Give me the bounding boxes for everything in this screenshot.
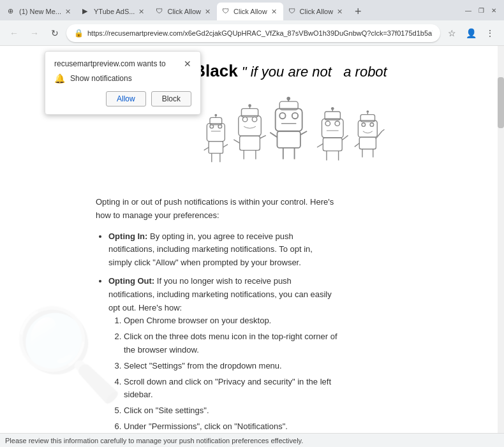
svg-rect-30 [277, 131, 300, 148]
popup-close-button[interactable]: ✕ [184, 59, 191, 68]
steps-list: Open Chrome browser on your desktop. Cli… [108, 314, 338, 433]
svg-point-50 [366, 110, 369, 113]
svg-rect-35 [322, 119, 343, 138]
browser-content: recusemartpreview.com wants to ✕ 🔔 Show … [0, 46, 504, 433]
tab-4-favicon: 🛡 [222, 7, 231, 16]
svg-rect-12 [239, 116, 261, 136]
tab-2-favicon: ▶ [82, 7, 91, 16]
popup-notification-label: Show notifications [70, 74, 132, 83]
popup-buttons: Allow Block [54, 91, 191, 106]
scroll-thumb[interactable] [498, 77, 504, 128]
svg-line-31 [270, 133, 277, 137]
tab-2-close[interactable]: ✕ [137, 6, 145, 17]
nav-actions: ☆ 👤 ⋮ [443, 24, 499, 42]
window-controls: — ❐ ✕ [463, 5, 501, 15]
step-2: Click on the three dots menu icon in the… [124, 330, 338, 357]
address-bar[interactable]: 🔒 [66, 24, 440, 42]
tab-2[interactable]: ▶ YTube AdS... ✕ [77, 3, 151, 20]
block-button[interactable]: Block [151, 91, 191, 106]
status-text: Please review this information carefully… [5, 437, 303, 444]
svg-point-15 [248, 104, 251, 107]
popup-notification-row: 🔔 Show notifications [54, 73, 191, 84]
svg-line-43 [317, 143, 323, 147]
opting-out-term: Opting Out: [108, 276, 154, 286]
svg-line-8 [204, 147, 209, 150]
step-5: Click on "Site settings". [124, 404, 338, 418]
svg-rect-53 [359, 137, 376, 149]
popup-title: recusemartpreview.com wants to [54, 59, 166, 68]
step-1: Open Chrome browser on your desktop. [124, 314, 338, 328]
notification-popup: recusemartpreview.com wants to ✕ 🔔 Show … [45, 51, 201, 115]
svg-point-27 [279, 113, 285, 119]
svg-line-56 [382, 129, 385, 131]
svg-point-26 [286, 97, 290, 101]
svg-point-39 [325, 121, 330, 126]
step-4: Scroll down and click on "Privacy and se… [124, 376, 338, 402]
url-input[interactable] [87, 29, 433, 37]
refresh-button[interactable]: ↻ [46, 24, 64, 42]
scroll-track[interactable] [498, 46, 504, 433]
tab-4-close[interactable]: ✕ [270, 6, 278, 17]
svg-rect-47 [358, 121, 377, 137]
forward-button[interactable]: → [26, 24, 43, 42]
tab-1-favicon: ⊕ [8, 7, 17, 16]
svg-line-54 [355, 143, 359, 147]
profile-button[interactable]: 👤 [462, 24, 480, 42]
svg-point-5 [218, 125, 222, 129]
svg-point-38 [331, 107, 334, 110]
svg-line-32 [300, 131, 307, 135]
tab-4-title: Click Allow [233, 8, 267, 15]
new-tab-button[interactable]: + [349, 3, 367, 20]
nav-bar: ← → ↻ 🔒 ☆ 👤 ⋮ [0, 20, 504, 46]
page-body: Opting in or out of push notifications i… [96, 196, 338, 433]
robots-svg [195, 94, 386, 183]
tab-group: ⊕ (1) New Me... ✕ ▶ YTube AdS... ✕ 🛡 Cli… [3, 0, 367, 20]
close-window-button[interactable]: ✕ [489, 5, 499, 15]
tab-1-title: (1) New Me... [19, 8, 61, 15]
svg-rect-42 [323, 138, 342, 151]
svg-point-40 [335, 121, 339, 126]
back-button[interactable]: ← [5, 24, 23, 42]
step-3: Select "Settings" from the dropdown menu… [124, 360, 338, 373]
tab-3-close[interactable]: ✕ [204, 6, 212, 17]
tab-2-title: YTube AdS... [94, 8, 135, 15]
svg-point-4 [210, 125, 214, 129]
star-button[interactable]: ☆ [443, 24, 461, 42]
svg-line-19 [233, 140, 239, 143]
allow-button[interactable]: Allow [106, 91, 146, 106]
tab-5[interactable]: 🛡 Click Allow ✕ [283, 3, 350, 20]
bell-icon: 🔔 [54, 73, 65, 84]
opting-in-term: Opting In: [108, 231, 147, 241]
tab-1[interactable]: ⊕ (1) New Me... ✕ [3, 3, 77, 20]
svg-point-3 [214, 114, 217, 117]
svg-line-9 [223, 144, 228, 147]
intro-paragraph: Opting in or out of push notifications i… [96, 196, 338, 223]
maximize-button[interactable]: ❐ [476, 5, 486, 15]
step-6: Under "Permissions", click on "Notificat… [124, 420, 338, 433]
tab-1-close[interactable]: ✕ [64, 6, 72, 17]
svg-rect-23 [276, 108, 302, 131]
bullet-opting-in: Opting In: By opting in, you agree to re… [108, 230, 338, 270]
title-bar: ⊕ (1) New Me... ✕ ▶ YTube AdS... ✕ 🛡 Cli… [0, 0, 504, 20]
popup-header: recusemartpreview.com wants to ✕ [54, 59, 191, 68]
svg-rect-7 [209, 142, 223, 154]
tab-3[interactable]: 🛡 Click Allow ✕ [151, 3, 217, 20]
svg-point-16 [242, 117, 247, 121]
svg-line-20 [260, 135, 265, 138]
bullet-opting-out: Opting Out: If you no longer wish to rec… [108, 275, 338, 433]
minimize-button[interactable]: — [463, 5, 473, 15]
tab-4[interactable]: 🛡 Click Allow ✕ [217, 3, 283, 20]
bullet-list: Opting In: By opting in, you agree to re… [96, 230, 338, 433]
svg-point-17 [252, 117, 256, 121]
tab-5-favicon: 🛡 [288, 7, 297, 16]
svg-point-28 [292, 113, 298, 119]
svg-rect-18 [240, 136, 260, 150]
tab-3-title: Click Allow [167, 8, 201, 15]
tab-3-favicon: 🛡 [156, 7, 165, 16]
status-bar: Please review this information carefully… [0, 433, 504, 447]
svg-point-51 [362, 123, 366, 127]
tab-5-close[interactable]: ✕ [336, 6, 344, 17]
menu-button[interactable]: ⋮ [481, 24, 499, 42]
lock-icon: 🔒 [74, 29, 84, 38]
heading-prefix: " if you are not a robot [242, 64, 387, 80]
